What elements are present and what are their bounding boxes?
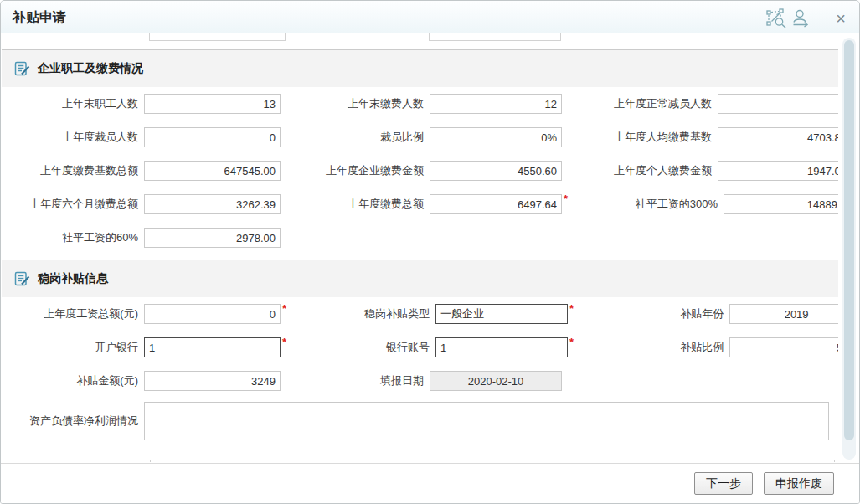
void-declaration-button[interactable]: 申报作废: [764, 472, 834, 495]
form-field: 上年度个人缴费金额: [562, 154, 838, 188]
form-field: 社平工资的60%: [2, 221, 281, 255]
field-label: 上年末缴费人数: [281, 96, 430, 111]
wage-total-input[interactable]: [144, 304, 281, 324]
subsidy-amount-input[interactable]: [144, 371, 281, 391]
normal-attrition-count-input[interactable]: [718, 94, 838, 114]
page-title: 补贴申请: [13, 9, 66, 27]
section-header-employees: 企业职工及缴费情况: [2, 49, 838, 87]
field-label: 补贴比例: [574, 340, 729, 355]
vertical-scrollbar[interactable]: [842, 38, 856, 460]
form-field: 上年度六个月缴费总额: [2, 188, 281, 221]
form-row: 上年度缴费基数总额 上年度企业缴费金额 上年度个人缴费金额: [2, 154, 838, 188]
personal-payment-amount-input[interactable]: [718, 161, 838, 181]
form-field: 社平工资的300%: [568, 188, 838, 221]
field-label: 上年度工资总额(元): [2, 306, 144, 321]
field-label: 补贴年份: [574, 306, 729, 321]
close-icon[interactable]: ×: [831, 8, 851, 28]
scrollbar-thumb[interactable]: [844, 40, 854, 440]
selection-zoom-icon[interactable]: [765, 8, 789, 29]
field-label: 上年度人均缴费基数: [562, 130, 718, 145]
field-label: 开户银行: [2, 340, 144, 355]
form-field: 上年末缴费人数: [281, 87, 562, 121]
form-row: 上年度六个月缴费总额 上年度缴费总额 * 社平工资的300%: [2, 188, 838, 221]
form-field: 稳岗补贴类型 *: [286, 297, 574, 331]
layoff-ratio-input[interactable]: [430, 127, 562, 147]
form-field: 填报日期: [281, 364, 562, 398]
field-label: 补贴金额(元): [2, 373, 144, 388]
form-field: 开户银行 *: [2, 331, 286, 364]
form-row: 社平工资的60%: [2, 221, 838, 255]
field-label: 社平工资的300%: [568, 197, 724, 212]
titlebar-icons: ×: [765, 8, 851, 29]
section-title: 稳岗补贴信息: [38, 271, 108, 286]
field-label: 上年度缴费总额: [281, 197, 430, 212]
form-field: 上年度工资总额(元) *: [2, 297, 286, 331]
partial-scrolled-row-bottom: [2, 458, 838, 462]
field-label: 上年度企业缴费金额: [281, 163, 430, 178]
form-field: 补贴比例 *: [574, 331, 838, 364]
field-label: 填报日期: [281, 373, 430, 388]
form-field: 裁员比例: [281, 121, 562, 154]
last-year-end-staff-count-input[interactable]: [144, 94, 281, 114]
clipped-textarea[interactable]: [150, 460, 835, 462]
field-label: 资产负债率净利润情况: [2, 414, 144, 429]
form-field: 上年度正常减员人数: [562, 87, 838, 121]
section-title: 企业职工及缴费情况: [38, 61, 143, 76]
form-field: 补贴金额(元): [2, 364, 281, 398]
user-icon[interactable]: [789, 8, 812, 29]
form-field: 补贴年份: [574, 297, 838, 331]
form-field: 上年度企业缴费金额: [281, 154, 562, 188]
avg-payment-base-input[interactable]: [718, 127, 838, 147]
clipped-input[interactable]: [429, 33, 561, 41]
field-label: 上年度缴费基数总额: [2, 163, 144, 178]
social-wage-300pct-input[interactable]: [724, 194, 838, 214]
clipped-input[interactable]: [149, 33, 286, 41]
field-label: 稳岗补贴类型: [286, 306, 435, 321]
subsidy-type-input[interactable]: [435, 304, 568, 324]
form-scroll-area: 企业职工及缴费情况 上年末职工人数 上年末缴费人数 上年度正常减员人数 上年度裁…: [2, 33, 838, 462]
field-label: 上年度个人缴费金额: [562, 163, 718, 178]
field-label: 上年度正常减员人数: [562, 96, 718, 111]
form-field: 上年度裁员人数: [2, 121, 281, 154]
subsidy-ratio-input[interactable]: [729, 337, 838, 357]
payment-base-total-input[interactable]: [144, 161, 281, 181]
form-row: 上年度工资总额(元) * 稳岗补贴类型 * 补贴年份: [2, 297, 838, 331]
field-label: 社平工资的60%: [2, 230, 144, 245]
form-field: 上年度缴费总额 *: [281, 188, 568, 221]
enterprise-payment-amount-input[interactable]: [430, 161, 562, 181]
social-wage-60pct-input[interactable]: [144, 228, 281, 248]
six-month-payment-total-input[interactable]: [144, 194, 281, 214]
field-label: 裁员比例: [281, 130, 430, 145]
subsidy-year-input[interactable]: [729, 304, 838, 324]
layoff-count-input[interactable]: [144, 127, 281, 147]
partial-scrolled-row-top: [2, 33, 838, 43]
bank-name-input[interactable]: [144, 337, 281, 357]
payment-total-input[interactable]: [430, 194, 562, 214]
form-field: 上年度缴费基数总额: [2, 154, 281, 188]
fill-date-input[interactable]: [430, 371, 562, 391]
document-edit-icon: [14, 271, 30, 287]
field-label: 银行账号: [286, 340, 435, 355]
subsidy-application-dialog: 补贴申请: [0, 0, 860, 504]
document-edit-icon: [14, 61, 30, 77]
titlebar: 补贴申请: [1, 1, 859, 33]
field-label: 上年度裁员人数: [2, 130, 144, 145]
form-field: 上年末职工人数: [2, 87, 281, 121]
form-row: 上年度裁员人数 裁员比例 上年度人均缴费基数: [2, 121, 838, 154]
form-row: 开户银行 * 银行账号 * 补贴比例 *: [2, 331, 838, 364]
last-year-end-payer-count-input[interactable]: [430, 94, 562, 114]
field-label: 上年末职工人数: [2, 96, 144, 111]
debt-profit-textarea[interactable]: [144, 402, 829, 440]
form-field: 上年度人均缴费基数: [562, 121, 838, 154]
footer-bar: 下一步 申报作废: [1, 463, 859, 503]
form-row: 上年末职工人数 上年末缴费人数 上年度正常减员人数: [2, 87, 838, 121]
form-row: 补贴金额(元) 填报日期: [2, 364, 838, 398]
form-field: 银行账号 *: [286, 331, 574, 364]
bank-account-input[interactable]: [435, 337, 568, 357]
field-label: 上年度六个月缴费总额: [2, 197, 144, 212]
form-row: 资产负债率净利润情况: [2, 401, 838, 441]
section-header-subsidy: 稳岗补贴信息: [2, 260, 838, 297]
next-step-button[interactable]: 下一步: [694, 472, 753, 495]
